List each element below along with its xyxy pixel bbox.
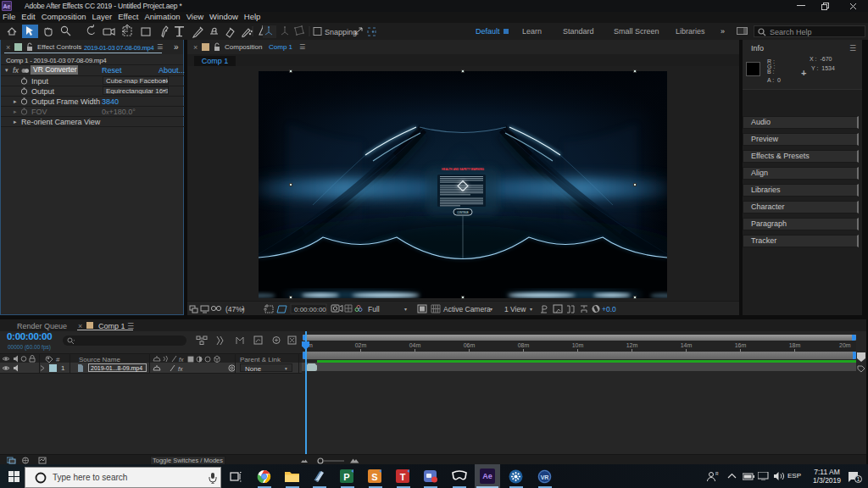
svg-text:1 View: 1 View xyxy=(504,305,526,313)
svg-text:Active Camera: Active Camera xyxy=(443,305,491,313)
svg-text:CONTINUE: CONTINUE xyxy=(457,211,469,214)
svg-text:Snapping: Snapping xyxy=(325,28,357,36)
svg-text:HEALTH AND SAFETY WARNING: HEALTH AND SAFETY WARNING xyxy=(442,168,485,171)
svg-text:1: 1 xyxy=(857,476,860,482)
svg-text:fx: fx xyxy=(178,366,183,372)
svg-text:▾: ▾ xyxy=(242,307,244,312)
svg-text:VR: VR xyxy=(541,474,549,480)
svg-text:P: P xyxy=(343,472,349,482)
svg-text:0:00:00:00: 0:00:00:00 xyxy=(294,306,326,313)
svg-text:+0.0: +0.0 xyxy=(602,305,616,313)
svg-text:▾: ▾ xyxy=(530,307,532,312)
svg-text:R: R xyxy=(715,471,719,476)
svg-text:T: T xyxy=(400,472,406,482)
svg-text:Full: Full xyxy=(368,305,380,313)
svg-text:▾: ▾ xyxy=(490,307,492,312)
svg-text:S: S xyxy=(371,472,377,482)
svg-text:▾: ▾ xyxy=(404,307,407,312)
svg-text:fx: fx xyxy=(179,357,184,363)
